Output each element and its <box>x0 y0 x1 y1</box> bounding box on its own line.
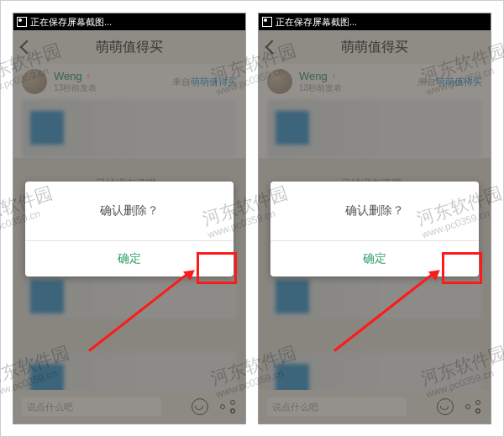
statusbar-text: 正在保存屏幕截图... <box>276 16 357 29</box>
share-icon[interactable] <box>465 398 480 413</box>
dialog-message: 确认删除？ <box>270 182 479 240</box>
emoji-icon[interactable] <box>192 398 208 415</box>
back-icon[interactable] <box>20 40 34 55</box>
emoji-icon[interactable] <box>437 398 454 415</box>
post-image[interactable] <box>22 99 237 158</box>
highlight-box <box>197 252 237 284</box>
avatar[interactable] <box>267 69 292 94</box>
from-label: 来自 <box>417 76 436 87</box>
comment-input[interactable]: 说点什么吧 <box>22 398 161 416</box>
navbar: 萌萌值得买 <box>259 30 491 64</box>
page-title: 萌萌值得买 <box>96 39 163 56</box>
highlight-box <box>442 252 482 284</box>
from-label: 来自 <box>172 76 191 87</box>
from-app[interactable]: 萌萌值得买 <box>436 76 482 87</box>
navbar: 萌萌值得买 <box>13 30 245 64</box>
comment-input[interactable]: 说点什么吧 <box>267 398 407 416</box>
image-icon <box>17 17 27 27</box>
post-card: Weng♀ 13秒前发表 来自萌萌值得买 <box>259 64 491 158</box>
phone-screenshot-right: 正在保存屏幕截图... 萌萌值得买 Weng♀ 13秒前发表 来自萌萌值得买 已… <box>258 13 491 424</box>
from-app[interactable]: 萌萌值得买 <box>191 76 237 87</box>
bottombar: 说点什么吧 <box>13 390 245 424</box>
post-timestamp: 13秒前发表 <box>54 82 97 94</box>
dialog-message: 确认删除？ <box>25 182 234 240</box>
statusbar-text: 正在保存屏幕截图... <box>30 16 112 29</box>
phone-screenshot-left: 正在保存屏幕截图... 萌萌值得买 Weng♀ 13秒前发表 来自萌萌值得买 已… <box>13 13 246 424</box>
gender-icon: ♀ <box>331 71 338 81</box>
back-icon[interactable] <box>265 40 280 55</box>
gender-icon: ♀ <box>86 71 92 81</box>
username[interactable]: Weng <box>54 70 82 82</box>
post-timestamp: 13秒前发表 <box>299 82 342 94</box>
post-card: Weng♀ 13秒前发表 来自萌萌值得买 <box>13 64 245 158</box>
bottombar: 说点什么吧 <box>259 390 491 424</box>
page-title: 萌萌值得买 <box>341 39 408 56</box>
post-image[interactable] <box>267 99 482 158</box>
username[interactable]: Weng <box>299 70 328 82</box>
share-icon[interactable] <box>220 398 235 413</box>
avatar[interactable] <box>22 69 47 94</box>
android-statusbar: 正在保存屏幕截图... <box>13 13 245 30</box>
image-icon <box>262 17 272 27</box>
android-statusbar: 正在保存屏幕截图... <box>259 13 491 30</box>
